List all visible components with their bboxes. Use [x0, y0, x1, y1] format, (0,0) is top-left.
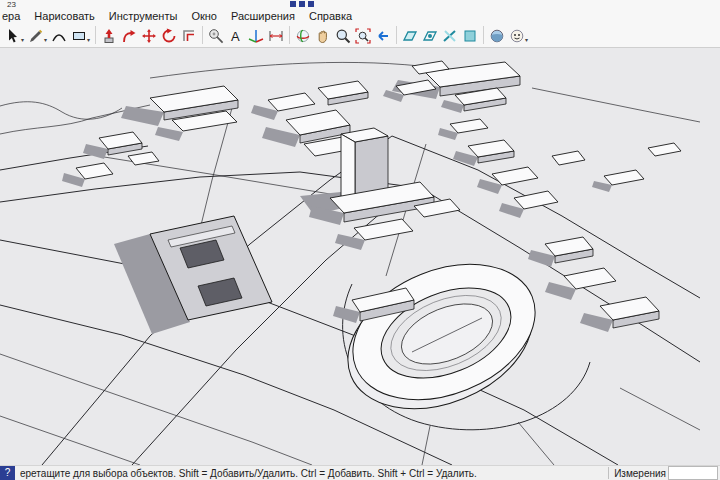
push-pull-tool-button[interactable]: [99, 25, 119, 46]
model-scene: [0, 48, 720, 465]
text-tool-button[interactable]: A: [226, 25, 246, 46]
move-tool-button[interactable]: [139, 25, 159, 46]
section-cut-icon: [442, 28, 458, 44]
section-fill-icon: [462, 28, 478, 44]
offset-tool-button[interactable]: [179, 25, 199, 46]
dropdown-caret-icon[interactable]: ▾: [87, 36, 90, 44]
rectangle-tool-button[interactable]: ▾: [69, 25, 92, 46]
menu-item-tools[interactable]: Инструменты: [102, 9, 185, 23]
tape-measure-icon: [208, 28, 224, 44]
rotate-icon: [161, 28, 177, 44]
toolbar-separator: [95, 26, 96, 44]
svg-text:A: A: [231, 29, 240, 44]
toolbar-separator: [483, 26, 484, 44]
look-around-tool-button[interactable]: ▾: [507, 25, 530, 46]
dropdown-caret-icon[interactable]: ▾: [525, 36, 528, 44]
follow-me-icon: [121, 28, 137, 44]
statusbar-divider: [608, 467, 609, 479]
dropdown-caret-icon[interactable]: ▾: [21, 36, 24, 44]
section-cuts-tool-button[interactable]: [440, 25, 460, 46]
toolbar: ▾▾▾A▾: [0, 23, 720, 48]
toolbar-separator: [289, 26, 290, 44]
sketchup-window: 23 ераНарисоватьИнструментыОкноРасширени…: [0, 0, 720, 480]
help-icon[interactable]: ?: [0, 466, 15, 480]
measurements-input[interactable]: [668, 466, 718, 480]
zoom-extents-tool-button[interactable]: [353, 25, 373, 46]
styles-tool-button[interactable]: [487, 25, 507, 46]
dimension-icon: [268, 28, 284, 44]
orbit-tool-button[interactable]: [293, 25, 313, 46]
previous-view-tool-button[interactable]: [373, 25, 393, 46]
menu-item-window[interactable]: Окно: [184, 9, 224, 23]
arc-icon: [51, 28, 67, 44]
styles-sphere-icon: [489, 28, 505, 44]
axes-tool-button[interactable]: [246, 25, 266, 46]
status-bar: ? еретащите для выбора объектов. Shift =…: [0, 465, 720, 480]
toolbar-separator: [202, 26, 203, 44]
text-tool-icon: A: [228, 28, 244, 44]
toolbar-separator: [396, 26, 397, 44]
line-tool-button[interactable]: ▾: [26, 25, 49, 46]
axes-icon: [248, 28, 264, 44]
section-fill-tool-button[interactable]: [460, 25, 480, 46]
select-arrow-icon: [5, 28, 21, 44]
zoom-extents-icon: [355, 28, 371, 44]
rotate-tool-button[interactable]: [159, 25, 179, 46]
zoom-tool-button[interactable]: [333, 25, 353, 46]
measurements-label: Измерения: [614, 468, 666, 479]
menu-item-extensions[interactable]: Расширения: [224, 9, 302, 23]
window-title: 23: [0, 0, 16, 9]
model-viewport[interactable]: [0, 48, 720, 465]
status-hint-text: еретащите для выбора объектов. Shift = Д…: [20, 468, 603, 479]
look-around-icon: [509, 28, 525, 44]
move-icon: [141, 28, 157, 44]
prev-view-icon: [375, 28, 391, 44]
menu-item-draw[interactable]: Нарисовать: [27, 9, 101, 23]
follow-me-tool-button[interactable]: [119, 25, 139, 46]
rectangle-icon: [71, 28, 87, 44]
menu-item-help[interactable]: Справка: [302, 9, 359, 23]
section-plane-icon: [402, 28, 418, 44]
menu-item-camera[interactable]: ера: [0, 9, 27, 23]
pan-tool-button[interactable]: [313, 25, 333, 46]
arc-tool-button[interactable]: [49, 25, 69, 46]
section-plane-tool-button[interactable]: [400, 25, 420, 46]
titlebar: 23: [0, 0, 720, 9]
dropdown-caret-icon[interactable]: ▾: [44, 36, 47, 44]
pencil-icon: [28, 28, 44, 44]
select-tool-button[interactable]: ▾: [3, 25, 26, 46]
tape-measure-tool-button[interactable]: [206, 25, 226, 46]
sky-background: [0, 48, 720, 465]
dimension-tool-button[interactable]: [266, 25, 286, 46]
titlebar-icons: [290, 1, 314, 7]
orbit-icon: [295, 28, 311, 44]
pan-icon: [315, 28, 331, 44]
push-pull-icon: [101, 28, 117, 44]
zoom-icon: [335, 28, 351, 44]
section-display-icon: [422, 28, 438, 44]
section-display-tool-button[interactable]: [420, 25, 440, 46]
menu-bar: ераНарисоватьИнструментыОкноРасширенияСп…: [0, 9, 720, 23]
offset-icon: [181, 28, 197, 44]
